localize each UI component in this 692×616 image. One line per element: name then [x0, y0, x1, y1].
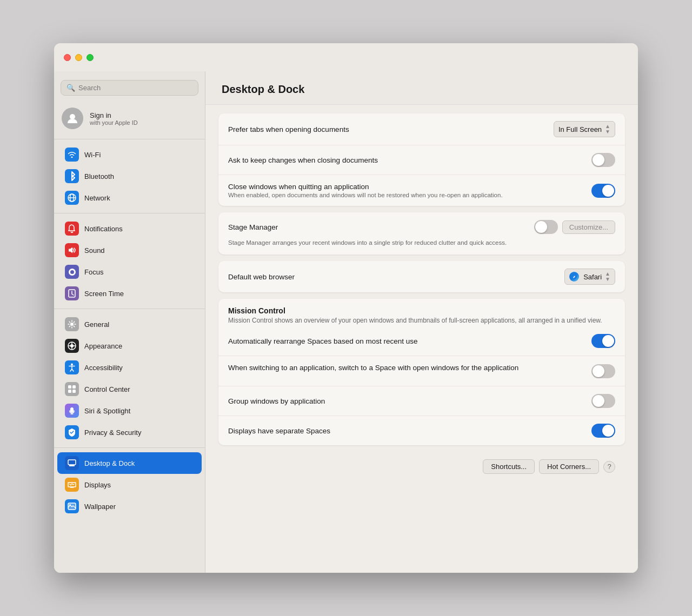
chevron-updown-icon-2: ▲▼: [605, 271, 610, 282]
prefer-tabs-row: Prefer tabs when opening documents In Fu…: [218, 113, 625, 145]
auto-rearrange-label: Automatically rearrange Spaces based on …: [228, 337, 591, 345]
sidebar-item-privacy[interactable]: Privacy & Security: [57, 421, 202, 443]
sidebar-item-appearance[interactable]: Appearance: [57, 335, 202, 357]
sign-in-title: Sign in: [90, 111, 138, 119]
search-input[interactable]: [78, 84, 192, 92]
accessibility-icon: [65, 360, 79, 374]
default-browser-dropdown[interactable]: Safari ▲▼: [564, 269, 615, 285]
avatar: [62, 108, 83, 129]
search-bar[interactable]: 🔍: [61, 80, 198, 96]
wifi-icon: [65, 148, 79, 162]
svg-rect-16: [69, 465, 75, 466]
sidebar-item-accessibility[interactable]: Accessibility: [57, 357, 202, 378]
sidebar-item-screentime[interactable]: Screen Time: [57, 283, 202, 304]
sign-in-subtitle: with your Apple ID: [90, 119, 138, 126]
siri-icon: [65, 404, 79, 418]
close-windows-row: Close windows when quitting an applicati…: [218, 175, 625, 206]
separate-spaces-label: Displays have separate Spaces: [228, 427, 591, 435]
appearance-label: Appearance: [84, 342, 122, 350]
switch-space-toggle[interactable]: [591, 364, 615, 378]
shortcuts-button[interactable]: Shortcuts...: [483, 459, 535, 474]
sidebar: 🔍 Sign in with your Apple ID: [54, 71, 205, 573]
svg-point-19: [69, 504, 71, 506]
close-button[interactable]: [64, 54, 71, 61]
network-label: Network: [84, 194, 110, 202]
sidebar-divider-2: [54, 213, 205, 213]
hot-corners-button[interactable]: Hot Corners...: [539, 459, 599, 474]
search-icon: 🔍: [66, 84, 75, 92]
mission-control-desc: Mission Control shows an overview of you…: [228, 317, 615, 324]
main-content: Desktop & Dock Prefer tabs when opening …: [205, 71, 638, 573]
stage-manager-row: Stage Manager Customize...: [218, 212, 625, 237]
displays-icon: [65, 478, 79, 492]
sidebar-item-sound[interactable]: Sound: [57, 239, 202, 261]
notifications-icon: [65, 222, 79, 236]
sidebar-item-focus[interactable]: Focus: [57, 261, 202, 283]
sidebar-item-general[interactable]: General: [57, 313, 202, 335]
svg-point-8: [71, 364, 73, 366]
bluetooth-icon: [65, 169, 79, 183]
desktop-icon: [65, 456, 79, 470]
privacy-icon: [65, 425, 79, 439]
sidebar-divider-1: [54, 139, 205, 139]
switch-space-row: When switching to an application, switch…: [218, 356, 625, 386]
stage-manager-controls: Customize...: [534, 220, 615, 234]
accessibility-label: Accessibility: [84, 364, 123, 372]
close-windows-label-group: Close windows when quitting an applicati…: [228, 183, 503, 198]
svg-rect-12: [72, 390, 76, 393]
maximize-button[interactable]: [86, 54, 94, 61]
bluetooth-label: Bluetooth: [84, 172, 114, 180]
minimize-button[interactable]: [75, 54, 82, 61]
system-preferences-window: 🔍 Sign in with your Apple ID: [54, 43, 638, 573]
settings-card-mission-control: Mission Control Mission Control shows an…: [218, 299, 625, 445]
notifications-label: Notifications: [84, 225, 123, 233]
wallpaper-icon: [65, 499, 79, 513]
chevron-updown-icon: ▲▼: [605, 124, 610, 135]
default-browser-label: Default web browser: [228, 273, 564, 281]
traffic-lights: [64, 54, 94, 61]
sidebar-item-siri[interactable]: Siri & Spotlight: [57, 400, 202, 421]
auto-rearrange-toggle[interactable]: [591, 334, 615, 348]
stage-manager-label-group: Stage Manager: [228, 223, 278, 231]
help-button[interactable]: ?: [603, 461, 615, 473]
group-windows-label: Group windows by application: [228, 397, 591, 405]
sidebar-item-displays[interactable]: Displays: [57, 474, 202, 496]
group-windows-row: Group windows by application: [218, 386, 625, 416]
sidebar-item-wifi[interactable]: Wi-Fi: [57, 144, 202, 165]
bottom-buttons: Shortcuts... Hot Corners... ?: [218, 452, 625, 481]
default-browser-value: Safari: [583, 273, 602, 281]
sidebar-section-network: Wi-Fi Bluetooth: [54, 142, 205, 211]
close-windows-toggle[interactable]: [591, 184, 615, 198]
svg-rect-11: [68, 390, 71, 393]
page-title: Desktop & Dock: [222, 83, 622, 96]
sign-in-section[interactable]: Sign in with your Apple ID: [54, 103, 205, 137]
sidebar-item-wallpaper[interactable]: Wallpaper: [57, 496, 202, 517]
sidebar-item-network[interactable]: Network: [57, 187, 202, 209]
title-bar: [54, 43, 638, 71]
sidebar-item-notifications[interactable]: Notifications: [57, 218, 202, 239]
sidebar-divider-4: [54, 447, 205, 448]
svg-point-0: [70, 114, 75, 119]
ask-keep-changes-label: Ask to keep changes when closing documen…: [228, 156, 591, 164]
group-windows-toggle[interactable]: [591, 394, 615, 408]
sign-in-text-group: Sign in with your Apple ID: [90, 111, 138, 126]
sidebar-item-desktop[interactable]: Desktop & Dock: [57, 452, 202, 474]
ask-keep-changes-toggle[interactable]: [591, 153, 615, 167]
auto-rearrange-row: Automatically rearrange Spaces based on …: [218, 326, 625, 356]
customize-button[interactable]: Customize...: [562, 220, 615, 234]
separate-spaces-toggle[interactable]: [591, 424, 615, 438]
svg-point-7: [70, 344, 74, 347]
prefer-tabs-dropdown[interactable]: In Full Screen ▲▼: [554, 121, 615, 137]
sidebar-item-controlcenter[interactable]: Control Center: [57, 378, 202, 400]
sound-icon: [65, 243, 79, 257]
sidebar-section-notifications: Notifications Sound: [54, 216, 205, 306]
ask-keep-changes-row: Ask to keep changes when closing documen…: [218, 145, 625, 175]
sidebar-section-desktop: Desktop & Dock Displays: [54, 450, 205, 519]
content-area: 🔍 Sign in with your Apple ID: [54, 71, 638, 573]
settings-body: Prefer tabs when opening documents In Fu…: [205, 105, 638, 494]
stage-manager-container: Stage Manager Customize... Stage Manager…: [218, 212, 625, 255]
settings-card-browser: Default web browser Safari ▲▼: [218, 261, 625, 292]
stage-manager-toggle[interactable]: [534, 220, 558, 234]
sidebar-item-bluetooth[interactable]: Bluetooth: [57, 165, 202, 187]
wallpaper-label: Wallpaper: [84, 503, 116, 511]
